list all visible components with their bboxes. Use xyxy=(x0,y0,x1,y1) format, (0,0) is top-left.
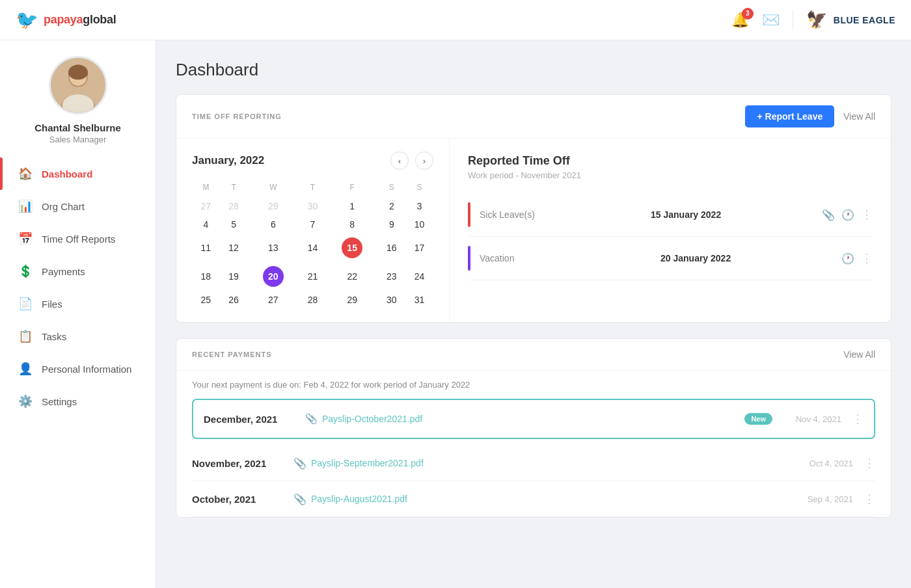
mail-icon[interactable]: ✉️ xyxy=(762,12,780,29)
payment-date-dec: Nov 4, 2021 xyxy=(783,414,841,424)
sidebar-item-time-off[interactable]: 📅 Time Off Reports xyxy=(0,222,156,255)
cal-day-4-6[interactable]: 31 xyxy=(405,291,433,309)
sidebar-label-time-off: Time Off Reports xyxy=(42,234,115,245)
cal-day-2-5[interactable]: 16 xyxy=(377,234,405,262)
cal-day-t1: T xyxy=(220,180,248,197)
payment-more-button[interactable]: ⋮ xyxy=(863,492,875,506)
payment-row-highlighted[interactable]: December, 2021 📎 Payslip-October2021.pdf… xyxy=(192,399,875,439)
cal-day-0-0[interactable]: 27 xyxy=(192,197,220,215)
sidebar-label-tasks: Tasks xyxy=(42,331,66,342)
cal-day-3-5[interactable]: 23 xyxy=(377,262,405,291)
cal-day-1-1[interactable]: 5 xyxy=(220,215,248,234)
leave-date: 20 January 2022 xyxy=(660,253,832,263)
cal-day-2-0[interactable]: 11 xyxy=(192,234,220,262)
clock-icon[interactable]: 🕐 xyxy=(841,209,854,221)
leave-more-button[interactable]: ⋮ xyxy=(861,251,873,265)
logo[interactable]: 🐦 papayaglobal xyxy=(16,9,116,31)
org-chart-icon: 📊 xyxy=(18,199,33,213)
cal-day-2-6[interactable]: 17 xyxy=(405,234,433,262)
timeoff-view-all[interactable]: View All xyxy=(843,111,875,122)
cal-day-0-1[interactable]: 28 xyxy=(220,197,248,215)
personal-info-icon: 👤 xyxy=(18,362,33,376)
payment-period: November, 2021 xyxy=(192,458,283,469)
cal-day-s2: S xyxy=(405,180,433,197)
payment-more-button[interactable]: ⋮ xyxy=(863,456,875,470)
cal-day-0-4[interactable]: 1 xyxy=(327,197,378,215)
cal-day-3-4[interactable]: 22 xyxy=(327,262,378,291)
cal-day-0-2[interactable]: 29 xyxy=(248,197,299,215)
company-name: BLUE EAGLE xyxy=(834,15,895,25)
tasks-icon: 📋 xyxy=(18,329,33,343)
payment-date: Sep 4, 2021 xyxy=(795,494,853,504)
sidebar-item-tasks[interactable]: 📋 Tasks xyxy=(0,320,156,353)
cal-day-2-1[interactable]: 12 xyxy=(220,234,248,262)
company-eagle-icon: 🦅 xyxy=(806,10,827,30)
cal-day-2-4[interactable]: 15 xyxy=(327,234,378,262)
topnav-right: 🔔 3 ✉️ 🦅 BLUE EAGLE xyxy=(731,10,895,30)
sidebar-item-personal-info[interactable]: 👤 Personal Information xyxy=(0,353,156,385)
leave-more-button[interactable]: ⋮ xyxy=(861,207,873,222)
cal-day-3-0[interactable]: 18 xyxy=(192,262,220,291)
cal-day-3-6[interactable]: 24 xyxy=(405,262,433,291)
payment-more-dec[interactable]: ⋮ xyxy=(852,412,863,426)
payment-filename[interactable]: Payslip-September2021.pdf xyxy=(311,458,424,468)
user-role: Sales Manager xyxy=(49,135,106,144)
cal-day-1-5[interactable]: 9 xyxy=(377,215,405,234)
logo-text: papayaglobal xyxy=(44,13,116,27)
calendar-prev-button[interactable]: ‹ xyxy=(390,152,409,170)
cal-day-1-0[interactable]: 4 xyxy=(192,215,220,234)
cal-day-m: M xyxy=(192,180,220,197)
sidebar-item-payments[interactable]: 💲 Payments xyxy=(0,255,156,287)
calendar-panel: January, 2022 ‹ › M T W xyxy=(176,139,450,322)
files-icon: 📄 xyxy=(18,297,33,311)
report-leave-button[interactable]: + Report Leave xyxy=(745,105,834,127)
cal-day-4-5[interactable]: 30 xyxy=(377,291,405,309)
payment-filename-dec[interactable]: Payslip-October2021.pdf xyxy=(322,414,422,424)
sidebar-item-org-chart[interactable]: 📊 Org Chart xyxy=(0,190,156,222)
cal-day-2-3[interactable]: 14 xyxy=(299,234,327,262)
time-off-icon: 📅 xyxy=(18,232,33,246)
settings-icon: ⚙️ xyxy=(18,394,33,408)
payment-period-dec: December, 2021 xyxy=(204,414,295,425)
sidebar-label-files: Files xyxy=(42,299,62,310)
calendar-next-button[interactable]: › xyxy=(415,152,433,170)
cal-day-1-6[interactable]: 10 xyxy=(405,215,433,234)
payment-row-november,-2021: November, 2021 📎 Payslip-September2021.p… xyxy=(192,446,875,481)
payments-view-all[interactable]: View All xyxy=(843,349,875,360)
cal-day-3-3[interactable]: 21 xyxy=(299,262,327,291)
cal-day-0-3[interactable]: 30 xyxy=(299,197,327,215)
cal-day-1-2[interactable]: 6 xyxy=(248,215,299,234)
leave-row-vacation: Vacation 20 January 2022 🕐 ⋮ xyxy=(468,237,873,280)
cal-day-4-0[interactable]: 25 xyxy=(192,291,220,309)
cal-day-0-5[interactable]: 2 xyxy=(377,197,405,215)
cal-day-4-3[interactable]: 28 xyxy=(299,291,327,309)
cal-day-1-3[interactable]: 7 xyxy=(299,215,327,234)
timeoff-body: January, 2022 ‹ › M T W xyxy=(176,139,891,322)
payment-row-october,-2021: October, 2021 📎 Payslip-August2021.pdf S… xyxy=(192,481,875,517)
clock-icon[interactable]: 🕐 xyxy=(841,252,854,265)
payments-card: RECENT PAYMENTS View All Your next payme… xyxy=(176,338,891,518)
cal-day-2-2[interactable]: 13 xyxy=(248,234,299,262)
cal-day-3-1[interactable]: 19 xyxy=(220,262,248,291)
cal-day-1-4[interactable]: 8 xyxy=(327,215,378,234)
payment-date: Oct 4, 2021 xyxy=(795,459,853,468)
cal-day-0-6[interactable]: 3 xyxy=(405,197,433,215)
leave-bar xyxy=(468,246,470,271)
logo-bird-icon: 🐦 xyxy=(16,9,38,31)
sidebar-label-settings: Settings xyxy=(42,396,77,407)
payment-filename[interactable]: Payslip-August2021.pdf xyxy=(311,494,407,504)
notifications-button[interactable]: 🔔 3 xyxy=(731,12,749,29)
cal-day-3-2[interactable]: 20 xyxy=(248,262,299,291)
payment-badge-new: New xyxy=(744,413,772,425)
sidebar-item-settings[interactable]: ⚙️ Settings xyxy=(0,385,156,418)
sidebar-item-dashboard[interactable]: 🏠 Dashboard xyxy=(0,157,156,190)
sidebar-label-org-chart: Org Chart xyxy=(42,201,85,212)
cal-day-4-4[interactable]: 29 xyxy=(327,291,378,309)
payments-note: Your next payment is due on: Feb 4, 2022… xyxy=(192,371,875,399)
timeoff-card: TIME OFF REPORTING + Report Leave View A… xyxy=(176,94,891,323)
clip-icon[interactable]: 📎 xyxy=(822,209,835,221)
cal-day-4-2[interactable]: 27 xyxy=(248,291,299,309)
sidebar-item-files[interactable]: 📄 Files xyxy=(0,287,156,320)
calendar-title: January, 2022 xyxy=(192,154,264,167)
cal-day-4-1[interactable]: 26 xyxy=(220,291,248,309)
